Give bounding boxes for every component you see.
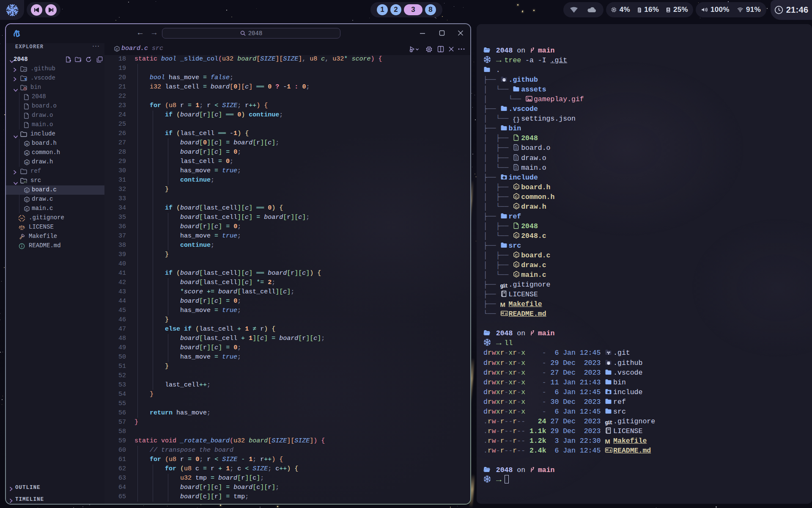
svg-text:C: C [515, 273, 518, 277]
svg-text:C: C [515, 263, 518, 267]
svg-text:C: C [116, 47, 118, 51]
svg-text:10: 10 [515, 157, 518, 160]
svg-text:10: 10 [515, 148, 518, 150]
svg-text:C: C [26, 207, 28, 211]
svg-text:C: C [515, 194, 518, 199]
svg-text:C: C [515, 204, 518, 208]
svg-text:10: 10 [515, 167, 518, 169]
svg-text:C: C [515, 233, 518, 237]
svg-text:C: C [26, 189, 28, 193]
svg-text:C: C [26, 198, 28, 202]
svg-text:C: C [515, 253, 518, 257]
svg-text:H: H [26, 142, 28, 146]
svg-text:C: C [515, 185, 518, 189]
svg-text:H: H [26, 161, 28, 165]
svg-text:H: H [26, 152, 28, 155]
